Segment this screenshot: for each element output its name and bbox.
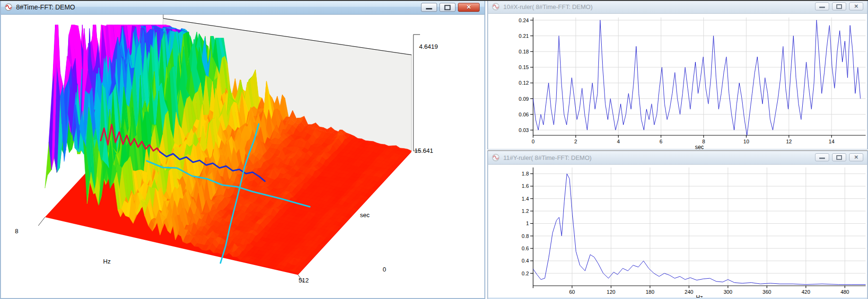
svg-text:0.18: 0.18	[519, 49, 529, 54]
svg-text:360: 360	[763, 289, 771, 295]
svg-text:12: 12	[786, 139, 792, 144]
axis-label-8: 8	[15, 228, 18, 235]
tick-labels: 0.20.40.60.811.21.41.61.8601201802403003…	[522, 171, 850, 298]
svg-text:0.21: 0.21	[519, 33, 529, 39]
axis-label-0: 0	[383, 266, 386, 273]
minimize-button[interactable]	[421, 3, 437, 12]
time-fft-titlebar[interactable]: 8#Time-FFT: DEMO	[1, 0, 484, 15]
svg-text:1.4: 1.4	[522, 196, 529, 202]
axis-label-512: 512	[298, 277, 309, 284]
axis-label-4.6419: 4.6419	[419, 43, 438, 50]
svg-text:0: 0	[532, 139, 535, 144]
x-axis-title: Hz	[696, 294, 703, 298]
svg-text:0.09: 0.09	[519, 96, 529, 102]
y_ruler-series-line	[533, 174, 866, 284]
svg-text:14: 14	[829, 139, 834, 144]
svg-text:1.6: 1.6	[522, 183, 529, 189]
window-title: 8#Time-FFT: DEMO	[16, 3, 75, 11]
window-title: 10#X-ruler( 8#Time-FFT: DEMO)	[503, 3, 593, 10]
svg-text:4: 4	[617, 139, 620, 144]
svg-text:240: 240	[684, 289, 693, 295]
window-y-ruler: 11#Y-ruler( 8#Time-FFT: DEMO) 0.20.40.60…	[487, 150, 868, 299]
svg-text:0.6: 0.6	[522, 246, 529, 251]
svg-text:0.2: 0.2	[522, 271, 529, 276]
x-axis-title: sec	[695, 144, 704, 149]
app-sine-icon	[492, 3, 500, 10]
x-ruler-chart[interactable]: 0.030.060.090.120.150.180.210.2402468101…	[488, 14, 867, 149]
svg-text:0.15: 0.15	[519, 64, 529, 70]
svg-text:120: 120	[607, 289, 615, 295]
desktop: 8#Time-FFT: DEMO 4.641915.641sec0512Hz8 …	[0, 0, 868, 299]
restore-button[interactable]	[439, 3, 456, 12]
app-sine-icon	[492, 154, 500, 161]
x-ruler-titlebar[interactable]: 10#X-ruler( 8#Time-FFT: DEMO)	[488, 0, 867, 14]
svg-text:1.8: 1.8	[522, 171, 529, 176]
hz-axis-tick	[38, 217, 45, 226]
svg-text:1: 1	[526, 220, 529, 226]
svg-text:2: 2	[574, 139, 577, 144]
restore-button[interactable]	[832, 2, 846, 10]
y-ruler-chart[interactable]: 0.20.40.60.811.21.41.61.8601201802403003…	[488, 165, 867, 298]
svg-text:10: 10	[744, 139, 749, 144]
svg-text:0.03: 0.03	[519, 127, 529, 133]
svg-text:0.4: 0.4	[522, 258, 529, 264]
close-button[interactable]	[849, 2, 863, 10]
app-sine-icon	[5, 3, 12, 11]
minimize-button[interactable]	[815, 2, 829, 10]
y_ruler-svg: 0.20.40.60.811.21.41.61.8601201802403003…	[488, 165, 867, 298]
top-frame-edge	[0, 0, 868, 1]
svg-text:180: 180	[646, 289, 654, 295]
window-x-ruler: 10#X-ruler( 8#Time-FFT: DEMO) 0.030.060.…	[487, 0, 868, 150]
axes	[530, 18, 866, 138]
svg-text:420: 420	[802, 289, 810, 295]
x_ruler-svg: 0.030.060.090.120.150.180.210.2402468101…	[488, 14, 867, 149]
close-button[interactable]	[458, 3, 480, 12]
window-time-fft: 8#Time-FFT: DEMO 4.641915.641sec0512Hz8	[0, 0, 485, 299]
time-fft-3d-plot[interactable]: 4.641915.641sec0512Hz8	[1, 15, 484, 298]
svg-text:0.12: 0.12	[519, 80, 529, 86]
svg-text:6: 6	[659, 139, 662, 144]
restore-button[interactable]	[832, 153, 846, 161]
svg-text:0.8: 0.8	[522, 233, 529, 239]
y-ruler-titlebar[interactable]: 11#Y-ruler( 8#Time-FFT: DEMO)	[488, 151, 867, 165]
x_ruler-series-line	[533, 20, 860, 136]
axis-label-sec: sec	[360, 211, 370, 219]
axis-label-15.641: 15.641	[414, 147, 433, 154]
svg-text:1.2: 1.2	[522, 208, 529, 214]
gridlines	[533, 167, 866, 286]
minimize-button[interactable]	[815, 153, 829, 161]
axes	[530, 167, 866, 288]
svg-text:0.06: 0.06	[519, 112, 529, 117]
time-fft-3d-svg: 4.641915.641sec0512Hz8	[1, 15, 484, 298]
close-button[interactable]	[849, 153, 863, 161]
svg-text:480: 480	[841, 289, 849, 295]
svg-text:60: 60	[569, 289, 575, 295]
amplitude-scale-bracket	[413, 35, 420, 151]
svg-text:300: 300	[724, 289, 732, 295]
axis-label-Hz: Hz	[103, 258, 111, 265]
window-title: 11#Y-ruler( 8#Time-FFT: DEMO)	[503, 154, 592, 161]
svg-text:0.24: 0.24	[519, 18, 529, 23]
